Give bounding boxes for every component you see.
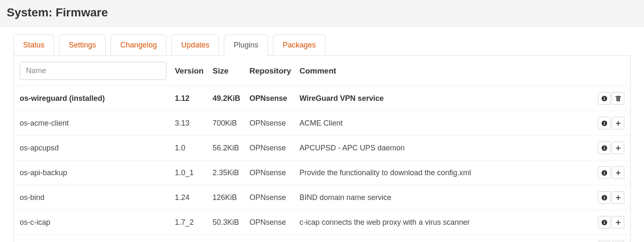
plus-icon[interactable]: [612, 191, 624, 204]
tab-changelog[interactable]: Changelog: [111, 34, 166, 56]
info-icon[interactable]: [598, 117, 610, 129]
svg-rect-12: [615, 147, 620, 148]
plugin-name: os-bind: [14, 185, 171, 210]
plugin-size: 50.3KiB: [208, 210, 245, 235]
plugin-repo: OPNsense: [245, 86, 295, 111]
table-row: os-acme-client3.13700KiBOPNsenseACME Cli…: [14, 111, 630, 136]
plugin-actions: [584, 111, 630, 136]
svg-rect-20: [604, 196, 605, 197]
plugin-size: 56.2KiB: [208, 136, 245, 160]
plus-icon[interactable]: [612, 166, 624, 179]
plugin-comment: c-icap connects the web proxy with a vir…: [295, 210, 584, 235]
plugin-name: os-api-backup: [14, 160, 171, 185]
svg-rect-15: [604, 171, 605, 172]
plugin-name: os-acme-client: [14, 111, 171, 136]
tab-status[interactable]: Status: [13, 34, 54, 56]
col-version: Version: [171, 56, 208, 86]
info-icon[interactable]: [598, 142, 610, 154]
plugin-size: 49.2KiB: [208, 86, 245, 111]
plugin-size: 529B: [208, 235, 245, 242]
plugin-actions: [584, 235, 630, 242]
svg-rect-4: [604, 123, 605, 125]
plugin-comment: APCUPSD - APC UPS daemon: [295, 136, 584, 160]
plugin-comment: BIND domain name service: [295, 185, 584, 210]
plugin-repo: OPNsense: [245, 235, 295, 242]
plugin-version: 3.13: [171, 111, 208, 136]
plugin-repo: OPNsense: [245, 111, 295, 136]
table-row: os-apcupsd1.056.2KiBOPNsenseAPCUPSD - AP…: [14, 136, 630, 160]
plugins-panel: Version Size Repository Comment os-wireg…: [13, 55, 631, 242]
tab-plugins[interactable]: Plugins: [224, 34, 268, 56]
page-title: System: Firmware: [0, 0, 644, 26]
info-icon[interactable]: [598, 92, 610, 105]
plus-icon[interactable]: [612, 216, 624, 229]
plugin-version: 1.7_2: [171, 210, 208, 235]
plugin-version: 1.12: [171, 86, 208, 111]
plugin-version: 1.0_1: [171, 160, 208, 185]
trash-icon[interactable]: [612, 92, 624, 105]
table-row: os-c-icap1.7_250.3KiBOPNsensec-icap conn…: [14, 210, 630, 235]
plugin-comment: Webserver cache: [295, 235, 584, 242]
plugin-repo: OPNsense: [245, 185, 295, 210]
info-icon[interactable]: [598, 191, 610, 204]
col-size: Size: [208, 56, 245, 86]
tab-updates[interactable]: Updates: [171, 34, 219, 56]
plugin-name: os-cache: [14, 235, 171, 242]
table-row: os-api-backup1.0_12.35KiBOPNsenseProvide…: [14, 160, 630, 185]
plugins-table: Version Size Repository Comment os-wireg…: [14, 56, 630, 242]
svg-rect-9: [604, 147, 605, 150]
svg-rect-19: [604, 197, 605, 199]
plugin-size: 2.35KiB: [208, 160, 245, 185]
content-panel: StatusSettingsChangelogUpdatesPluginsPac…: [0, 26, 644, 242]
plugin-comment: WireGuard VPN service: [295, 86, 584, 111]
plugin-version: 1.0: [171, 136, 208, 160]
plugin-actions: [584, 185, 630, 210]
plugin-comment: ACME Client: [295, 111, 584, 136]
svg-rect-14: [604, 172, 605, 174]
col-comment: Comment: [295, 56, 584, 86]
info-icon[interactable]: [598, 216, 610, 229]
tab-settings[interactable]: Settings: [59, 34, 106, 56]
plugin-repo: OPNsense: [245, 210, 295, 235]
plugin-size: 700KiB: [208, 111, 245, 136]
plus-icon[interactable]: [612, 117, 624, 129]
plugin-actions: [584, 160, 630, 185]
plugin-version: 1.0_1: [171, 235, 208, 242]
svg-rect-1: [604, 98, 605, 100]
plugin-repo: OPNsense: [245, 160, 295, 185]
plugin-name: os-apcupsd: [14, 136, 171, 160]
col-repository: Repository: [245, 56, 295, 86]
svg-rect-5: [604, 121, 605, 122]
plugin-actions: [584, 210, 630, 235]
plugin-repo: OPNsense: [245, 136, 295, 160]
svg-rect-24: [604, 222, 605, 224]
info-icon[interactable]: [598, 166, 610, 179]
svg-rect-10: [604, 146, 605, 147]
svg-rect-7: [615, 123, 620, 124]
table-row: os-wireguard (installed)1.1249.2KiBOPNse…: [14, 86, 630, 111]
plugin-comment: Provide the functionality to download th…: [295, 160, 584, 185]
svg-rect-27: [615, 222, 620, 223]
table-row: os-cache1.0_1529BOPNsenseWebserver cache: [14, 235, 630, 242]
plugin-actions: [584, 86, 630, 111]
svg-rect-22: [615, 197, 620, 198]
plugin-size: 126KiB: [208, 185, 245, 210]
tab-packages[interactable]: Packages: [273, 34, 325, 56]
svg-rect-2: [604, 97, 605, 97]
table-row: os-bind1.24126KiBOPNsenseBIND domain nam…: [14, 185, 630, 210]
plus-icon[interactable]: [612, 142, 624, 154]
svg-rect-25: [604, 221, 605, 221]
plugin-name: os-c-icap: [14, 210, 171, 235]
plugin-version: 1.24: [171, 185, 208, 210]
tabs: StatusSettingsChangelogUpdatesPluginsPac…: [0, 26, 644, 55]
svg-rect-17: [615, 172, 620, 173]
plugin-actions: [584, 136, 630, 160]
plugin-name: os-wireguard (installed): [14, 86, 171, 111]
name-filter-input[interactable]: [20, 62, 166, 80]
